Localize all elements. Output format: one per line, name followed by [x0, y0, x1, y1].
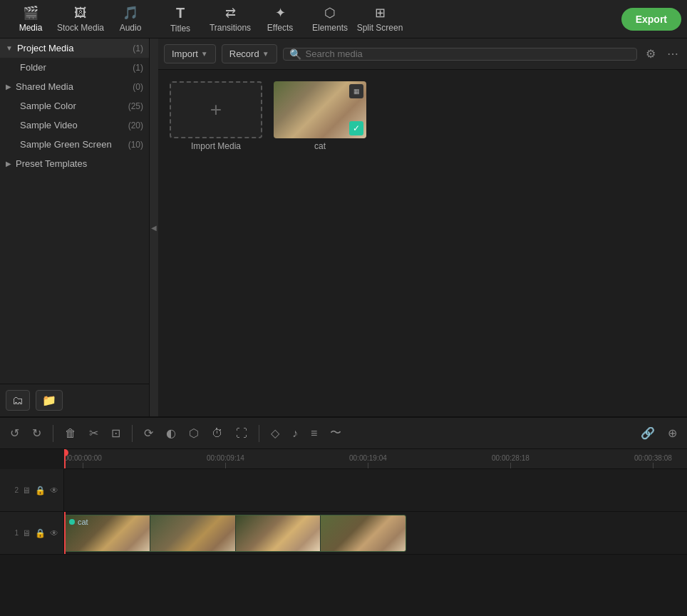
preset-templates-label: Preset Templates: [16, 158, 143, 169]
equalizer-button[interactable]: ≡: [306, 424, 321, 443]
track-2-lock-button[interactable]: 🔒: [34, 485, 46, 496]
track-2-visibility-button[interactable]: 👁: [49, 485, 59, 496]
ruler-mark-2: 00:00:19:04: [349, 454, 387, 468]
project-media-count: (1): [133, 43, 143, 53]
speed-button[interactable]: ⏱: [207, 424, 227, 443]
redo-button[interactable]: ↻: [28, 423, 46, 443]
toolbar-media-label: Media: [19, 23, 43, 33]
record-label: Record: [229, 48, 259, 59]
shared-media-count: (0): [133, 82, 143, 92]
clip-play-dot: [69, 519, 75, 525]
track-1-lock-button[interactable]: 🔒: [34, 528, 46, 539]
toolbar-stock-media[interactable]: 🖼 Stock Media: [56, 1, 105, 37]
track-2-monitor-button[interactable]: 🖥: [21, 485, 31, 496]
ruler-label-0: 00:00:00:00: [64, 454, 102, 462]
toolbar-titles[interactable]: T Titles: [155, 1, 205, 37]
track-1-content: cat: [64, 512, 687, 554]
ruler-mark-4: 00:00:38:08: [634, 454, 672, 468]
toolbar-elements[interactable]: ⬡ Elements: [305, 1, 355, 37]
sample-color-label: Sample Color: [20, 101, 124, 111]
arrow-right-icon-2: ▶: [6, 160, 11, 168]
elements-icon: ⬡: [324, 5, 336, 21]
divider-1: [53, 425, 53, 442]
sidebar-item-sample-video[interactable]: Sample Video (20): [0, 115, 149, 135]
sidebar-item-preset-templates[interactable]: ▶ Preset Templates: [0, 154, 149, 173]
filter-button[interactable]: ⚙: [643, 44, 658, 63]
new-folder-button[interactable]: 📁: [36, 390, 63, 411]
keyframe-button[interactable]: ◇: [267, 423, 284, 443]
media-browser: Import ▼ Record ▼ 🔍 ⚙ ⋯ + Import Media: [158, 38, 687, 416]
toolbar-transitions-label: Transitions: [210, 23, 251, 33]
toolbar-split-screen-label: Split Screen: [357, 23, 403, 33]
media-grid: + Import Media ▦ ✓ cat: [158, 70, 687, 416]
cat-video-clip[interactable]: cat: [64, 515, 406, 552]
fullscreen-button[interactable]: ⛶: [232, 424, 252, 443]
timeline-toolbar: ↺ ↻ 🗑 ✂ ⊡ ⟳ ◐ ⬡ ⏱ ⛶ ◇ ♪ ≡ 〜 🔗 ⊕: [0, 418, 687, 449]
main-area: ▼ Project Media (1) Folder (1) ▶ Shared …: [0, 38, 687, 416]
toolbar-effects[interactable]: ✦ Effects: [255, 1, 305, 37]
transform-button[interactable]: ⬡: [185, 423, 203, 443]
rotate-button[interactable]: ⟳: [140, 423, 157, 443]
split-screen-icon: ⊞: [375, 5, 386, 21]
crop-button[interactable]: ⊡: [107, 423, 125, 443]
sidebar: ▼ Project Media (1) Folder (1) ▶ Shared …: [0, 38, 150, 416]
cut-button[interactable]: ✂: [85, 423, 103, 443]
sidebar-item-sample-green-screen[interactable]: Sample Green Screen (10): [0, 135, 149, 154]
ruler-mark-1: 00:00:09:14: [207, 454, 244, 468]
audio-button[interactable]: ♪: [288, 424, 302, 443]
sidebar-item-shared-media[interactable]: ▶ Shared Media (0): [0, 77, 149, 96]
clip-filmstrip: [65, 515, 406, 551]
sample-video-count: (20): [128, 120, 143, 130]
sample-color-count: (25): [128, 101, 143, 111]
grid-view-button[interactable]: ⋯: [664, 44, 681, 63]
toolbar-audio-label: Audio: [120, 23, 142, 33]
sidebar-footer: 🗂 📁: [0, 384, 149, 416]
sidebar-item-folder[interactable]: Folder (1): [0, 58, 149, 77]
import-label: Import: [172, 48, 198, 59]
playhead-ruler: [64, 449, 66, 468]
track-2-controls: 2 🖥 🔒 👁: [14, 485, 59, 496]
stock-media-icon: 🖼: [74, 6, 87, 21]
track-1-monitor-button[interactable]: 🖥: [21, 528, 31, 539]
filmstrip-frame-2: [150, 515, 235, 551]
import-button[interactable]: Import ▼: [164, 44, 216, 63]
clip-name: cat: [78, 518, 88, 526]
arrow-right-icon: ▶: [6, 83, 11, 91]
sample-green-screen-label: Sample Green Screen: [20, 139, 124, 150]
ruler-mark-0: 00:00:00:00: [64, 454, 102, 468]
ruler-label-3: 00:00:28:18: [492, 454, 530, 462]
toolbar-media[interactable]: 🎬 Media: [6, 1, 56, 37]
track-2-label: 2 🖥 🔒 👁: [0, 469, 64, 511]
cat-media-tile[interactable]: ▦ ✓ cat: [274, 81, 366, 151]
folder-count: (1): [133, 63, 143, 73]
filmstrip-frame-4: [321, 515, 406, 551]
import-media-tile[interactable]: + Import Media: [170, 81, 262, 151]
link-button[interactable]: 🔗: [636, 423, 659, 443]
media-split-button[interactable]: ⊕: [663, 423, 681, 443]
toolbar-transitions[interactable]: ⇄ Transitions: [205, 1, 255, 37]
toolbar-audio[interactable]: 🎵 Audio: [105, 1, 155, 37]
divider-2: [132, 425, 133, 442]
toolbar-split-screen[interactable]: ⊞ Split Screen: [355, 1, 405, 37]
record-button[interactable]: Record ▼: [222, 44, 277, 63]
sidebar-collapse-handle[interactable]: ◀: [150, 38, 158, 416]
sidebar-item-project-media[interactable]: ▼ Project Media (1): [0, 38, 149, 58]
track-2-num: 2: [14, 486, 19, 494]
track-1-controls: 1 🖥 🔒 👁: [14, 528, 59, 539]
waveform-button[interactable]: 〜: [326, 423, 346, 443]
timeline-area: ↺ ↻ 🗑 ✂ ⊡ ⟳ ◐ ⬡ ⏱ ⛶ ◇ ♪ ≡ 〜 🔗 ⊕ 00:00:00…: [0, 416, 687, 616]
search-input[interactable]: [306, 48, 631, 59]
export-button[interactable]: Export: [621, 8, 681, 31]
folder-label: Folder: [20, 62, 128, 73]
import-dropdown-icon: ▼: [201, 50, 208, 58]
check-icon: ✓: [349, 121, 363, 135]
ruler-label-2: 00:00:19:04: [349, 454, 387, 462]
sidebar-item-sample-color[interactable]: Sample Color (25): [0, 96, 149, 115]
delete-button[interactable]: 🗑: [61, 424, 81, 443]
arrow-down-icon: ▼: [6, 44, 13, 52]
ruler-label-1: 00:00:09:14: [207, 454, 244, 462]
undo-button[interactable]: ↺: [6, 423, 24, 443]
add-folder-button[interactable]: 🗂: [6, 390, 30, 411]
color-button[interactable]: ◐: [162, 423, 180, 443]
track-1-visibility-button[interactable]: 👁: [49, 528, 59, 539]
